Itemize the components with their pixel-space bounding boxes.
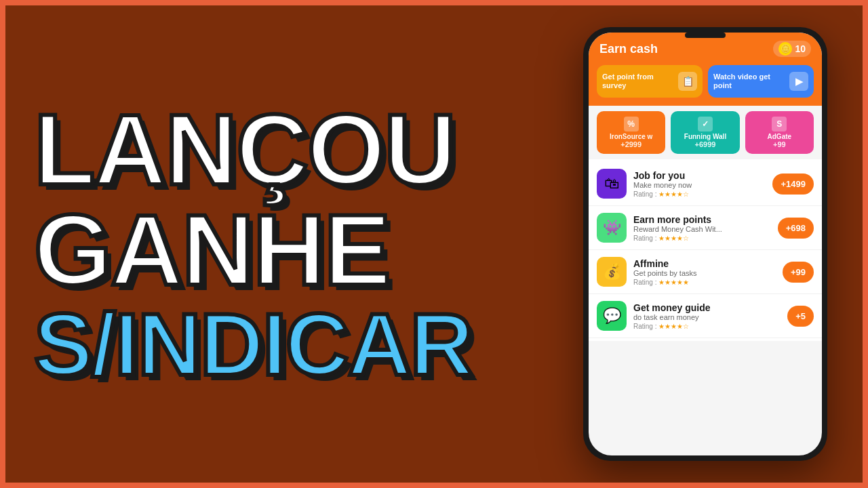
earn-info: Earn more points Reward Money Cash Wit..… — [633, 214, 771, 242]
ironsource-name: IronSource w — [610, 133, 652, 140]
earn-stars: ★★★★☆ — [658, 235, 689, 242]
coin-icon: 🪙 — [778, 42, 792, 56]
guide-rating: Rating : ★★★★☆ — [633, 323, 781, 330]
funning-name: Funning Wall — [684, 133, 726, 140]
earn-points: +698 — [778, 218, 814, 239]
earn-name: Earn more points — [633, 214, 771, 225]
job-rating: Rating : ★★★★☆ — [633, 190, 766, 198]
title-line2: GANHE — [34, 200, 536, 300]
video-icon: ▶ — [789, 72, 808, 91]
affmine-icon: 💰 — [597, 257, 627, 287]
phone-outer: Earn cash 🪙 10 Get point from survey 📋 W… — [583, 27, 827, 461]
job-stars: ★★★★☆ — [658, 190, 689, 198]
affmine-desc: Get points by tasks — [633, 269, 776, 277]
button-row: Get point from survey 📋 Watch video get … — [589, 62, 822, 106]
funning-icon: ✓ — [698, 117, 713, 131]
guide-stars: ★★★★☆ — [658, 323, 689, 330]
adgate-icon: S — [772, 117, 787, 131]
list-item[interactable]: 💬 Get money guide do task earn money Rat… — [589, 294, 822, 338]
job-info: Job for you Make money now Rating : ★★★★… — [633, 170, 766, 198]
left-section: LANÇOU GANHE S/INDICAR — [20, 14, 549, 474]
phone-screen: Earn cash 🪙 10 Get point from survey 📋 W… — [589, 33, 822, 455]
title-line3: S/INDICAR — [34, 300, 536, 388]
app-title: Earn cash — [599, 42, 658, 56]
job-icon: 🛍 — [597, 169, 627, 199]
coin-badge: 🪙 10 — [773, 41, 811, 57]
affmine-rating: Rating : ★★★★★ — [633, 279, 776, 286]
video-button[interactable]: Watch video get point ▶ — [708, 65, 814, 98]
list-item[interactable]: 💰 Affmine Get points by tasks Rating : ★… — [589, 250, 822, 294]
phone-wrapper: Earn cash 🪙 10 Get point from survey 📋 W… — [583, 27, 827, 461]
phone-container: Earn cash 🪙 10 Get point from survey 📋 W… — [563, 14, 848, 474]
list-item[interactable]: 👾 Earn more points Reward Money Cash Wit… — [589, 206, 822, 250]
ironsource-points: +2999 — [620, 140, 642, 148]
list-item[interactable]: 🛍 Job for you Make money now Rating : ★★… — [589, 162, 822, 206]
guide-info: Get money guide do task earn money Ratin… — [633, 302, 781, 330]
adgate-points: +99 — [773, 140, 786, 148]
ironsource-icon: % — [624, 117, 639, 131]
job-name: Job for you — [633, 170, 766, 181]
guide-icon: 💬 — [597, 301, 627, 331]
phone-notch — [685, 33, 726, 38]
survey-icon: 📋 — [678, 72, 697, 91]
earn-desc: Reward Money Cash Wit... — [633, 225, 771, 233]
provider-ironsource[interactable]: % IronSource w +2999 — [597, 111, 665, 154]
provider-adgate[interactable]: S AdGate +99 — [745, 111, 814, 154]
guide-points: +5 — [787, 306, 814, 327]
guide-name: Get money guide — [633, 302, 781, 313]
video-label: Watch video get point — [713, 73, 789, 90]
survey-label: Get point from survey — [602, 73, 678, 90]
job-desc: Make money now — [633, 181, 766, 189]
app-list: 🛍 Job for you Make money now Rating : ★★… — [589, 159, 822, 341]
affmine-stars: ★★★★★ — [658, 279, 689, 286]
survey-button[interactable]: Get point from survey 📋 — [597, 65, 703, 98]
earn-icon: 👾 — [597, 213, 627, 243]
earn-rating: Rating : ★★★★☆ — [633, 235, 771, 242]
coin-count: 10 — [795, 43, 806, 54]
affmine-points: +99 — [783, 262, 814, 283]
title-line1: LANÇOU — [34, 100, 536, 200]
provider-funning[interactable]: ✓ Funning Wall +6999 — [671, 111, 739, 154]
funning-points: +6999 — [695, 140, 716, 148]
affmine-info: Affmine Get points by tasks Rating : ★★★… — [633, 258, 776, 286]
adgate-name: AdGate — [768, 133, 792, 140]
affmine-name: Affmine — [633, 258, 776, 269]
guide-desc: do task earn money — [633, 313, 781, 321]
job-points: +1499 — [772, 174, 814, 195]
provider-row: % IronSource w +2999 ✓ Funning Wall +699… — [589, 106, 822, 159]
